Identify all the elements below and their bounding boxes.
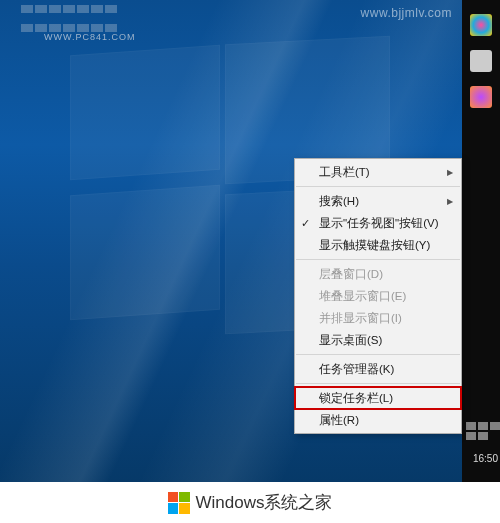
menu-lock-taskbar[interactable]: 锁定任务栏(L) [295, 387, 461, 409]
menu-separator [296, 354, 460, 355]
menu-lock-taskbar-label: 锁定任务栏(L) [319, 391, 393, 406]
windows-logo-icon [168, 492, 190, 514]
menu-task-manager[interactable]: 任务管理器(K) [295, 358, 461, 380]
menu-separator [296, 259, 460, 260]
taskbar-clock[interactable]: 16:50 [473, 453, 498, 464]
menu-sidebyside-label: 并排显示窗口(I) [319, 311, 402, 326]
dock-icon-2[interactable] [470, 50, 492, 72]
menu-stacked-label: 堆叠显示窗口(E) [319, 289, 406, 304]
menu-show-touchkb[interactable]: 显示触摸键盘按钮(Y) [295, 234, 461, 256]
menu-stacked: 堆叠显示窗口(E) [295, 285, 461, 307]
source-url: WWW.PC841.COM [44, 32, 136, 42]
menu-separator [296, 186, 460, 187]
menu-cascade: 层叠窗口(D) [295, 263, 461, 285]
menu-cascade-label: 层叠窗口(D) [319, 267, 383, 282]
menu-show-desktop-label: 显示桌面(S) [319, 333, 382, 348]
menu-show-taskview-label: 显示"任务视图"按钮(V) [319, 216, 439, 231]
menu-task-manager-label: 任务管理器(K) [319, 362, 394, 377]
dock-icon-1[interactable] [470, 14, 492, 36]
taskbar-right[interactable]: 16:50 [462, 0, 500, 482]
menu-show-taskview[interactable]: 显示"任务视图"按钮(V) [295, 212, 461, 234]
menu-sidebyside: 并排显示窗口(I) [295, 307, 461, 329]
footer-brand-text: Windows系统之家 [196, 491, 333, 514]
menu-toolbars[interactable]: 工具栏(T) [295, 161, 461, 183]
menu-show-desktop[interactable]: 显示桌面(S) [295, 329, 461, 351]
menu-separator [296, 383, 460, 384]
footer-banner: Windows系统之家 [0, 482, 500, 523]
menu-search[interactable]: 搜索(H) [295, 190, 461, 212]
dock-icon-3[interactable] [470, 86, 492, 108]
menu-toolbars-label: 工具栏(T) [319, 165, 370, 180]
menu-properties-label: 属性(R) [319, 413, 359, 428]
desktop-wallpaper: WWW.PC841.COM www.bjjmlv.com 16:50 工具栏(T… [0, 0, 500, 482]
menu-properties[interactable]: 属性(R) [295, 409, 461, 431]
watermark: www.bjjmlv.com [361, 6, 452, 20]
taskbar-context-menu: 工具栏(T) 搜索(H) 显示"任务视图"按钮(V) 显示触摸键盘按钮(Y) 层… [294, 158, 462, 434]
menu-show-touchkb-label: 显示触摸键盘按钮(Y) [319, 238, 430, 253]
menu-search-label: 搜索(H) [319, 194, 359, 209]
pixel-censor-tray [464, 422, 500, 482]
